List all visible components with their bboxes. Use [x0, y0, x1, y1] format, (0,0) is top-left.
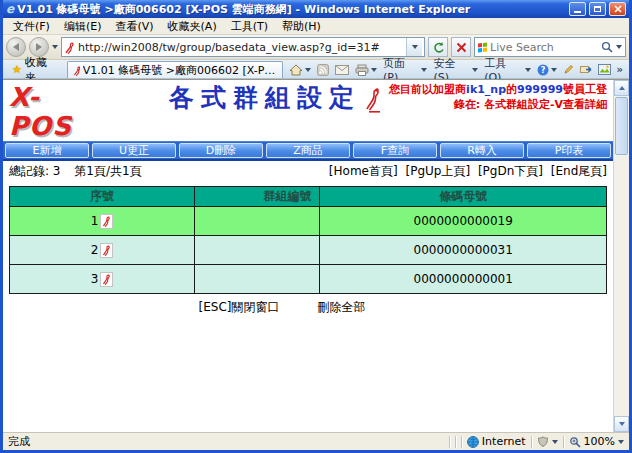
chevron-down-icon [618, 440, 624, 444]
menu-tools[interactable]: 工具(T) [225, 18, 274, 35]
row-mascot-icon [100, 272, 113, 287]
refresh-icon [432, 41, 445, 54]
navigation-bar [3, 35, 629, 60]
print-button[interactable] [355, 64, 377, 76]
product-button[interactable]: Z商品 [266, 143, 350, 158]
refresh-button[interactable] [428, 37, 448, 57]
status-divider [455, 436, 456, 448]
zoom-level: 100% [584, 435, 615, 448]
status-text: 完成 [8, 434, 444, 449]
page-title: 各式群組設定 [169, 83, 361, 113]
edit-button[interactable] [563, 64, 574, 75]
title-bar: e V1.01 條碼母號 >廠商006602 [X-POS 雲端商務網] - W… [3, 0, 629, 18]
address-bar [61, 37, 425, 57]
window-title: V1.01 條碼母號 >廠商006602 [X-POS 雲端商務網] - Win… [17, 2, 566, 17]
chevron-down-icon [305, 68, 311, 72]
chevron-down-icon [472, 68, 478, 72]
maximize-button[interactable] [589, 2, 606, 16]
address-input[interactable] [78, 41, 403, 54]
login-prefix: 您目前以加盟商 [389, 83, 466, 96]
update-button[interactable]: U更正 [92, 143, 176, 158]
stop-button[interactable] [451, 37, 471, 57]
globe-icon [467, 436, 479, 448]
record-info-row: 總記錄: 3 第1頁/共1頁 [Home首頁] [PgUp上頁] [PgDn下頁… [3, 161, 613, 180]
chevron-down-icon [421, 68, 427, 72]
menu-favorites[interactable]: 收藏夹(A) [162, 18, 223, 35]
minimize-button[interactable] [569, 2, 586, 16]
delete-button[interactable]: D刪除 [179, 143, 263, 158]
pgdn-link[interactable]: [PgDn下頁] [478, 164, 543, 178]
live-search-logo-icon [478, 42, 487, 52]
active-tab[interactable]: V1.01 條碼母號 >廠商006602 [X-POS 雲端商... [67, 61, 283, 78]
record-total: 總記錄: 3 [9, 164, 61, 178]
vertical-scrollbar[interactable] [613, 80, 629, 432]
pgup-link[interactable]: [PgUp上頁] [405, 164, 470, 178]
status-bar: 完成 Internet 100% [3, 432, 629, 450]
home-page-link[interactable]: [Home首頁] [329, 164, 398, 178]
search-icon[interactable] [601, 41, 613, 53]
close-button[interactable] [609, 2, 626, 16]
history-dropdown-icon[interactable] [52, 45, 58, 49]
menu-help[interactable]: 帮助(H) [276, 18, 327, 35]
table-row[interactable]: 1 0000000000019 [10, 207, 607, 236]
status-divider [563, 436, 564, 448]
menu-file[interactable]: 文件(F) [7, 18, 56, 35]
feeds-icon [317, 64, 329, 76]
login-employee-no: 999999 [517, 83, 563, 96]
search-input[interactable] [490, 41, 598, 54]
scrollbar-track[interactable] [614, 156, 629, 416]
xpos-logo: X-POS [9, 83, 97, 140]
send-button[interactable] [580, 64, 592, 75]
scroll-up-button[interactable] [614, 80, 629, 96]
site-favicon [64, 41, 75, 54]
send-icon [580, 64, 592, 75]
zoom-control[interactable]: 100% [569, 435, 624, 448]
barcode-cell: 0000000000031 [320, 236, 607, 265]
arrow-up-icon [619, 86, 625, 90]
import-button[interactable]: R轉入 [440, 143, 524, 158]
stop-icon [456, 42, 467, 53]
tab-bar: ★ 收藏夹 V1.01 條碼母號 >廠商006602 [X-POS 雲端商... [3, 60, 629, 79]
back-button[interactable] [6, 37, 26, 57]
scroll-down-button[interactable] [614, 416, 629, 432]
read-mail-button[interactable] [335, 65, 349, 75]
home-button[interactable] [289, 64, 311, 76]
minimize-icon [574, 11, 581, 13]
back-icon [13, 43, 19, 51]
delete-all-link[interactable]: 刪除全部 [317, 299, 365, 316]
table-row[interactable]: 2 0000000000031 [10, 236, 607, 265]
seq-cell: 2 [10, 236, 195, 265]
picture-button[interactable] [598, 64, 611, 75]
search-options-icon[interactable] [616, 45, 622, 49]
favorites-button[interactable]: ★ 收藏夹 [6, 61, 64, 78]
group-cell [195, 265, 320, 294]
svg-text:?: ? [540, 66, 545, 75]
xpos-page: X-POS 各式群組設定 您目前以加盟商ik1_np的999999號員工登錄在:… [3, 80, 613, 432]
print-report-button[interactable]: P印表 [527, 143, 611, 158]
row-mascot-icon [100, 214, 113, 229]
help-button[interactable]: ? [537, 64, 557, 76]
home-icon [289, 64, 303, 76]
add-button[interactable]: E新增 [5, 143, 89, 158]
address-dropdown-button[interactable] [406, 38, 422, 56]
table-row[interactable]: 3 0000000000001 [10, 265, 607, 294]
query-button[interactable]: F查詢 [353, 143, 437, 158]
col-group: 群組編號 [195, 187, 320, 207]
ie-logo-icon: e [6, 3, 14, 15]
protected-mode-button[interactable] [537, 436, 558, 447]
scrollbar-thumb[interactable] [615, 97, 628, 155]
toolbar-overflow-button[interactable]: » [617, 64, 623, 75]
page-content: X-POS 各式群組設定 您目前以加盟商ik1_np的999999號員工登錄在:… [3, 79, 629, 432]
esc-close-hint[interactable]: [ESC]關閉窗口 [199, 299, 280, 316]
zoom-icon [569, 436, 581, 448]
browser-window: e V1.01 條碼母號 >廠商006602 [X-POS 雲端商務網] - W… [0, 0, 632, 453]
feeds-button[interactable] [317, 64, 329, 76]
login-notice: 您目前以加盟商ik1_np的999999號員工登錄在: 各式群組設定-V查看詳細 [383, 83, 607, 113]
seq-cell: 3 [10, 265, 195, 294]
login-merchant-id: ik1_np [466, 83, 506, 96]
end-page-link[interactable]: [End尾頁] [551, 164, 607, 178]
menu-edit[interactable]: 编辑(E) [58, 18, 108, 35]
tab-favicon [73, 65, 80, 76]
search-box [474, 37, 626, 57]
menu-view[interactable]: 查看(V) [109, 18, 159, 35]
